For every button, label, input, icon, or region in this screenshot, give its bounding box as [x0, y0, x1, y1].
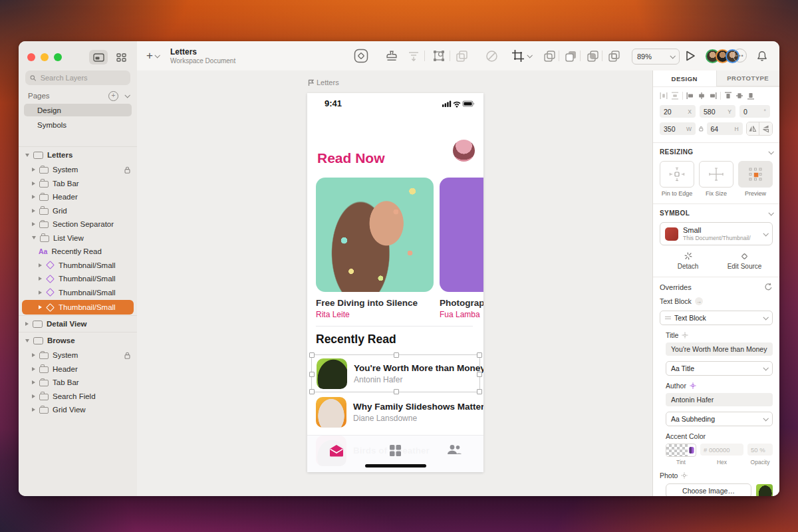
layer-row-system-2[interactable]: System: [19, 348, 137, 362]
recently-read-header[interactable]: Recently Read: [316, 332, 396, 346]
choose-image-button[interactable]: Choose Image…: [666, 483, 751, 496]
artboard-letters[interactable]: 9:41 Read Now Free Diving into Silence R…: [307, 93, 483, 472]
chevron-right-icon[interactable]: [32, 222, 35, 226]
boolean-union-button[interactable]: [541, 48, 557, 64]
align-right-icon[interactable]: [709, 92, 717, 100]
chevron-right-icon[interactable]: [39, 305, 42, 309]
flip-vertical-button[interactable]: [759, 122, 772, 135]
layer-row-tab-bar-2[interactable]: Tab Bar: [19, 376, 137, 390]
create-symbol-button[interactable]: [353, 48, 369, 64]
zoom-level-dropdown[interactable]: 89%: [632, 49, 680, 65]
insert-button[interactable]: +: [146, 41, 159, 70]
chevron-down-icon[interactable]: [25, 339, 29, 342]
chevron-right-icon[interactable]: [32, 380, 35, 384]
constrain-proportions-lock-icon[interactable]: [699, 125, 704, 132]
layer-row-list-view[interactable]: List View: [19, 231, 137, 245]
canvas-view-toggle[interactable]: [89, 50, 108, 65]
chevron-right-icon[interactable]: [32, 353, 35, 357]
profile-avatar[interactable]: [453, 140, 475, 162]
selected-symbol-frame[interactable]: You're Worth More than Money Antonin Haf…: [311, 354, 480, 392]
artboard-title[interactable]: Letters: [308, 78, 339, 86]
detach-button[interactable]: Detach: [660, 251, 716, 270]
tab-read[interactable]: [307, 444, 366, 457]
add-page-button[interactable]: +: [108, 91, 118, 101]
selection-handle[interactable]: [394, 352, 399, 358]
layer-row-tab-bar[interactable]: Tab Bar: [19, 177, 137, 191]
frame-tool-button[interactable]: [509, 48, 534, 64]
page-item-symbols[interactable]: Symbols: [24, 118, 132, 131]
group-button[interactable]: [454, 48, 469, 64]
collapse-section-chevron[interactable]: [768, 210, 773, 215]
chevron-right-icon[interactable]: [32, 182, 35, 186]
preview-play-button[interactable]: [682, 48, 698, 64]
collapse-section-chevron[interactable]: [768, 149, 773, 154]
author-override-input[interactable]: [666, 393, 773, 406]
layer-row-thumbnail-small-1[interactable]: Thumbnail/Small: [19, 259, 137, 273]
layer-row-header[interactable]: Header: [19, 190, 137, 204]
minimize-window-button[interactable]: [41, 53, 49, 61]
zoom-window-button[interactable]: [54, 53, 62, 61]
story-card[interactable]: Photographi Fua Lamba: [440, 178, 483, 319]
tab-prototype[interactable]: PROTOTYPE: [716, 70, 780, 86]
layer-row-system[interactable]: System: [19, 163, 137, 177]
layer-row-grid[interactable]: Grid: [19, 204, 137, 218]
layer-row-artboard-browse[interactable]: Browse: [19, 332, 137, 348]
selection-handle[interactable]: [309, 389, 315, 394]
chevron-right-icon[interactable]: [39, 291, 42, 295]
layer-row-section-separator[interactable]: Section Separator: [19, 217, 137, 231]
layer-row-header-2[interactable]: Header: [19, 362, 137, 376]
selection-handle[interactable]: [309, 352, 315, 358]
distribute-vertically-icon[interactable]: [671, 92, 679, 100]
data-stamp-button[interactable]: [384, 48, 400, 64]
resizing-fix-size[interactable]: Fix Size: [699, 161, 733, 197]
story-card[interactable]: Free Diving into Silence Rita Leite: [316, 178, 434, 319]
boolean-intersect-button[interactable]: [585, 48, 600, 64]
hex-input[interactable]: [700, 444, 743, 456]
pages-collapse-chevron[interactable]: [124, 92, 130, 98]
resizing-pin-to-edge[interactable]: Pin to Edge: [660, 161, 694, 197]
reset-overrides-icon[interactable]: [764, 283, 773, 291]
layer-row-thumbnail-small-3[interactable]: Thumbnail/Small: [19, 286, 137, 300]
edit-transform-button[interactable]: [431, 48, 447, 64]
list-item[interactable]: Why Family Slideshows Matter Diane Lansd…: [316, 394, 483, 430]
layer-row-search-field[interactable]: Search Field: [19, 390, 137, 404]
photo-thumbnail[interactable]: [756, 484, 773, 496]
search-layers-field[interactable]: [25, 70, 130, 85]
height-field[interactable]: 64 H: [707, 122, 743, 135]
chevron-right-icon[interactable]: [32, 168, 35, 172]
resizing-preview[interactable]: Preview: [738, 161, 773, 197]
no-fill-button[interactable]: [483, 48, 499, 64]
boolean-subtract-button[interactable]: [563, 48, 579, 64]
chevron-right-icon[interactable]: [32, 394, 35, 398]
symbol-source-dropdown[interactable]: Small This Document/Thumbnail/: [660, 222, 773, 245]
distribute-button[interactable]: [406, 48, 422, 64]
author-style-dropdown[interactable]: Aa Subheding: [666, 412, 773, 426]
more-collaborators-button[interactable]: •••: [733, 49, 747, 63]
align-left-icon[interactable]: [686, 92, 694, 100]
layer-row-thumbnail-small-selected[interactable]: Thumbnail/Small: [22, 300, 134, 315]
text-block-dropdown[interactable]: Text Block: [660, 311, 773, 325]
boolean-difference-button[interactable]: [606, 48, 622, 64]
chevron-down-icon[interactable]: [32, 236, 36, 239]
align-top-icon[interactable]: [724, 92, 732, 100]
search-layers-input[interactable]: [39, 73, 126, 82]
align-middle-vertical-icon[interactable]: [735, 92, 743, 100]
list-item[interactable]: You're Worth More than Money Antonin Haf…: [312, 355, 479, 392]
layer-row-artboard-detail-view[interactable]: Detail View: [19, 315, 137, 332]
tab-design[interactable]: DESIGN: [653, 70, 716, 86]
chevron-right-icon[interactable]: [32, 408, 35, 412]
tab-browse[interactable]: [366, 444, 424, 457]
selection-handle[interactable]: [477, 352, 482, 358]
layer-row-grid-view[interactable]: Grid View: [19, 403, 137, 417]
chevron-right-icon[interactable]: [32, 195, 35, 199]
layer-row-thumbnail-small-2[interactable]: Thumbnail/Small: [19, 272, 137, 286]
y-position-field[interactable]: 580 Y: [700, 105, 735, 118]
color-picker-icon[interactable]: [688, 446, 696, 455]
canvas[interactable]: Letters 9:41 Read Now Free Diving into S…: [137, 70, 653, 496]
x-position-field[interactable]: 20 X: [660, 105, 696, 118]
chevron-right-icon[interactable]: [32, 367, 35, 371]
align-bottom-icon[interactable]: [747, 92, 755, 100]
close-window-button[interactable]: [27, 53, 35, 61]
chevron-right-icon[interactable]: [25, 322, 29, 326]
read-now-header[interactable]: Read Now: [317, 150, 385, 166]
